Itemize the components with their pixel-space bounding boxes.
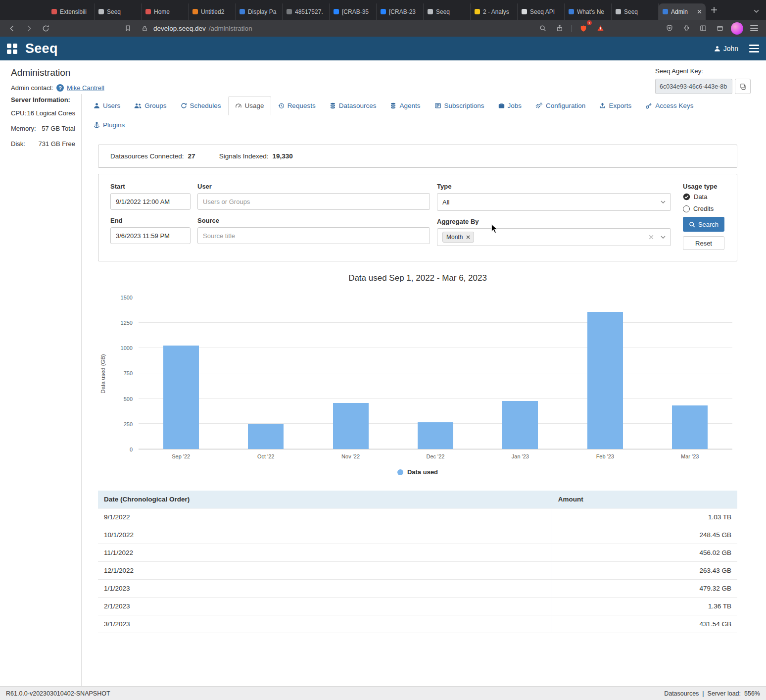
amount-column-header[interactable]: Amount bbox=[552, 491, 737, 508]
browser-tab[interactable]: What's Ne bbox=[565, 3, 612, 20]
browser-tab[interactable]: Untitled2 bbox=[189, 3, 236, 20]
seeq-logo[interactable]: Seeq bbox=[25, 41, 58, 56]
browser-tab[interactable]: 48517527. bbox=[283, 3, 330, 20]
database-icon bbox=[330, 102, 336, 109]
x-tick: Oct '22 bbox=[223, 453, 308, 459]
chart-bar[interactable] bbox=[672, 405, 708, 449]
tab-agents[interactable]: Agents bbox=[383, 96, 427, 115]
chart-bar[interactable] bbox=[502, 401, 538, 449]
start-date-input[interactable] bbox=[110, 193, 191, 210]
chart-bar[interactable] bbox=[163, 346, 199, 449]
admin-contact-label: Admin contact: bbox=[11, 84, 53, 92]
brave-shield-icon[interactable]: 1 bbox=[577, 22, 589, 34]
browser-tab[interactable]: Extensibili bbox=[48, 3, 95, 20]
browser-tab[interactable]: Seeq bbox=[424, 3, 471, 20]
chart-bar[interactable] bbox=[587, 312, 623, 449]
browser-tab[interactable]: Display Pa bbox=[236, 3, 283, 20]
source-input[interactable] bbox=[197, 227, 430, 244]
tab-label: Subscriptions bbox=[444, 102, 484, 109]
bookmark-icon[interactable] bbox=[122, 22, 134, 34]
tab-jobs[interactable]: Jobs bbox=[491, 96, 529, 115]
chart-bar[interactable] bbox=[418, 422, 453, 449]
radio-data[interactable]: Data bbox=[683, 193, 725, 200]
date-cell: 2/1/2023 bbox=[98, 598, 552, 615]
tab-datasources[interactable]: Datasources bbox=[323, 96, 383, 115]
datasources-status-link[interactable]: Datasources bbox=[664, 690, 699, 697]
type-select[interactable]: All bbox=[437, 193, 671, 211]
chart-bar[interactable] bbox=[248, 424, 284, 449]
agent-key-input[interactable] bbox=[655, 79, 732, 94]
share-icon[interactable] bbox=[554, 22, 566, 34]
browser-menu-icon[interactable] bbox=[748, 22, 760, 34]
tab-title: Admin bbox=[671, 8, 694, 15]
aggregate-by-select[interactable]: Month bbox=[437, 228, 671, 246]
browser-tabstrip: Extensibili Seeq Home Untitled2 Display … bbox=[0, 0, 766, 20]
tab-requests[interactable]: Requests bbox=[271, 96, 323, 115]
tab-schedules[interactable]: Schedules bbox=[174, 96, 228, 115]
memory-value: 57 GB Total bbox=[42, 125, 75, 132]
password-manager-icon[interactable] bbox=[664, 22, 675, 34]
app-header: Seeq John bbox=[0, 37, 766, 60]
browser-tab[interactable]: [CRAB-23 bbox=[377, 3, 424, 20]
tab-usage[interactable]: Usage bbox=[228, 96, 271, 115]
chart-bar[interactable] bbox=[333, 403, 369, 449]
tab-plugins[interactable]: Plugins bbox=[87, 115, 132, 135]
app-menu-icon[interactable] bbox=[749, 43, 759, 54]
site-info-lock-icon[interactable] bbox=[139, 22, 150, 34]
user-menu[interactable]: John bbox=[714, 45, 738, 52]
user-input[interactable] bbox=[197, 193, 430, 210]
browser-tab[interactable]: Seeq API bbox=[518, 3, 565, 20]
search-button[interactable]: Search bbox=[683, 217, 724, 232]
browser-tab[interactable]: Seeq bbox=[612, 3, 659, 20]
tab-title: Seeq bbox=[624, 8, 654, 15]
tab-search-chevron-icon[interactable] bbox=[754, 7, 759, 14]
new-tab-button[interactable] bbox=[711, 6, 718, 13]
end-date-input[interactable] bbox=[110, 227, 191, 244]
users-group-icon bbox=[134, 102, 142, 109]
zoom-icon[interactable] bbox=[537, 22, 549, 34]
copy-button[interactable] bbox=[735, 79, 751, 94]
tab-users[interactable]: Users bbox=[87, 96, 127, 115]
tab-label: Requests bbox=[287, 102, 316, 109]
help-question-icon[interactable] bbox=[56, 84, 64, 92]
tab-subscriptions[interactable]: Subscriptions bbox=[428, 96, 491, 115]
tab-label: Users bbox=[103, 102, 120, 109]
refresh-icon[interactable] bbox=[40, 22, 51, 34]
app-grid-icon[interactable] bbox=[7, 44, 17, 54]
browser-tab[interactable]: Seeq bbox=[95, 3, 142, 20]
clear-icon[interactable] bbox=[649, 235, 654, 240]
back-icon[interactable] bbox=[6, 22, 18, 34]
browser-tab[interactable]: 2 - Analys bbox=[471, 3, 518, 20]
wallet-icon[interactable] bbox=[714, 22, 726, 34]
reset-button[interactable]: Reset bbox=[683, 236, 724, 250]
tab-exports[interactable]: Exports bbox=[592, 96, 638, 115]
tab-groups[interactable]: Groups bbox=[127, 96, 173, 115]
sidebar-toggle-icon[interactable] bbox=[697, 22, 709, 34]
radio-credits[interactable]: Credits bbox=[683, 205, 725, 212]
y-tick: 0 bbox=[130, 447, 133, 452]
address-bar[interactable]: develop.seeq.dev/administration bbox=[139, 22, 532, 34]
date-column-header[interactable]: Date (Chronological Order) bbox=[98, 491, 552, 508]
remove-tag-icon[interactable] bbox=[466, 235, 470, 239]
browser-tab[interactable]: [CRAB-35 bbox=[330, 3, 377, 20]
tab-configuration[interactable]: Configuration bbox=[528, 96, 592, 115]
shield-badge: 1 bbox=[587, 20, 592, 25]
y-tick: 1000 bbox=[121, 345, 133, 351]
month-tag[interactable]: Month bbox=[442, 232, 474, 243]
browser-tab[interactable]: Home bbox=[142, 3, 189, 20]
type-selected-value: All bbox=[442, 199, 449, 206]
tab-access-keys[interactable]: Access Keys bbox=[638, 96, 700, 115]
tab-close-icon[interactable] bbox=[697, 9, 702, 14]
profile-avatar[interactable] bbox=[731, 22, 743, 35]
chart-legend[interactable]: Data used bbox=[98, 468, 737, 476]
bars-area bbox=[139, 298, 732, 449]
tab-favicon bbox=[381, 9, 386, 14]
table-row: 2/1/20231.36 TB bbox=[98, 598, 737, 615]
browser-tab-active[interactable]: Admin bbox=[659, 3, 706, 20]
datasources-connected-label: Datasources Connected: bbox=[110, 152, 184, 160]
warning-triangle-icon[interactable] bbox=[594, 22, 606, 34]
tab-label: Usage bbox=[245, 102, 264, 109]
extensions-puzzle-icon[interactable] bbox=[680, 22, 692, 34]
admin-contact-link[interactable]: Mike Cantrell bbox=[67, 84, 104, 92]
forward-icon[interactable] bbox=[23, 22, 35, 34]
